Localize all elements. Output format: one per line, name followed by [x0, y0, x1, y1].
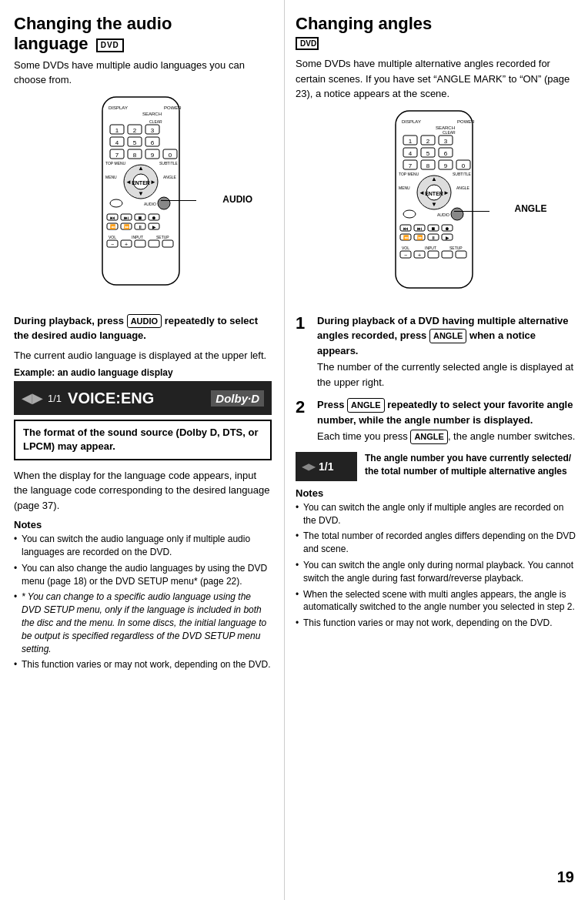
svg-text:2: 2 [426, 138, 429, 145]
svg-text:+: + [125, 242, 128, 247]
display-track: 1/1 [48, 393, 62, 404]
svg-text:ANGLE: ANGLE [163, 175, 177, 179]
svg-text:⏩: ⏩ [124, 224, 130, 230]
svg-text:DISPLAY: DISPLAY [109, 105, 128, 110]
svg-point-102 [403, 210, 416, 218]
svg-point-38 [158, 197, 170, 209]
right-note-2: The total number of recorded angles diff… [296, 530, 576, 556]
left-note-3: * You can change to a specific audio lan… [14, 591, 272, 655]
left-title-text: Changing the audio language [14, 14, 172, 53]
angle-label-line [454, 211, 489, 212]
svg-text:▼: ▼ [138, 190, 144, 197]
svg-text:POWER: POWER [457, 119, 475, 124]
svg-text:9: 9 [151, 152, 155, 159]
language-code-text: When the display for the language code a… [14, 468, 272, 514]
angle-track-info: 1/1 [319, 460, 333, 473]
svg-text:SUBTITLE: SUBTITLE [453, 172, 472, 176]
svg-text:CLEAR: CLEAR [149, 119, 162, 124]
svg-text:7: 7 [408, 162, 412, 169]
svg-text:3: 3 [151, 127, 155, 134]
left-instruction: During playback, press AUDIO repeatedly … [14, 313, 272, 343]
svg-text:CLEAR: CLEAR [443, 130, 456, 135]
svg-text:AUDIO: AUDIO [437, 212, 449, 217]
angle-screen: ◀▶ 1/1 [296, 452, 357, 481]
angle-label: ANGLE [515, 203, 547, 214]
step-2-content: Press ANGLE repeatedly to select your fa… [317, 397, 576, 444]
svg-text:⏩: ⏩ [416, 235, 423, 241]
svg-text:4: 4 [115, 139, 119, 146]
svg-text:9: 9 [443, 162, 447, 169]
left-note-2: You can also change the audio languages … [14, 562, 272, 588]
left-intro: Some DVDs have multiple audio languages … [14, 58, 272, 88]
angle-btn-2: ANGLE [347, 398, 385, 413]
svg-text:►: ► [443, 189, 449, 196]
left-instruction-bold: During playback, press AUDIO repeatedly … [14, 315, 258, 342]
svg-text:6: 6 [443, 150, 447, 157]
angle-callout: The angle number you have currently sele… [365, 452, 571, 478]
right-note-5: This function varies or may not work, de… [296, 617, 576, 630]
svg-text:▶: ▶ [152, 225, 156, 229]
right-note-1: You can switch the angle only if multipl… [296, 501, 576, 527]
svg-point-103 [451, 208, 463, 220]
svg-text:⏺: ⏺ [152, 216, 156, 220]
svg-text:ENTER: ENTER [132, 180, 150, 186]
svg-text:SUBTITLE: SUBTITLE [159, 161, 179, 166]
right-notes-list: You can switch the angle only if multipl… [296, 501, 576, 630]
left-notes-title: Notes [14, 519, 272, 530]
svg-rect-64 [162, 240, 173, 247]
step-1-title: During playback of a DVD having multiple… [317, 313, 576, 359]
svg-text:4: 4 [408, 150, 412, 157]
svg-rect-128 [442, 251, 453, 258]
svg-text:SETUP: SETUP [156, 235, 169, 239]
svg-text:1: 1 [408, 138, 412, 145]
svg-point-37 [110, 199, 122, 207]
display-voice: VOICE:ENG [68, 390, 211, 407]
left-section-title: Changing the audio language DVD [14, 14, 272, 55]
svg-text:7: 7 [115, 152, 119, 159]
svg-text:SEARCH: SEARCH [142, 112, 162, 116]
right-note-3: You can switch the angle only during nor… [296, 559, 576, 585]
svg-text:TOP MENU: TOP MENU [399, 172, 419, 176]
svg-text:⏭: ⏭ [124, 216, 129, 220]
left-notes-list: You can switch the audio language only i… [14, 533, 272, 671]
svg-text:◄: ◄ [125, 179, 132, 186]
angle-screen-icon: ◀▶ [302, 461, 316, 472]
angle-btn-1: ANGLE [429, 329, 467, 343]
svg-text:5: 5 [426, 150, 429, 157]
svg-text:⏭: ⏭ [417, 226, 422, 231]
svg-text:VOL: VOL [402, 246, 409, 250]
left-dvd-badge: DVD [96, 38, 124, 52]
svg-text:⏹: ⏹ [138, 216, 142, 220]
svg-text:⏮: ⏮ [110, 216, 115, 220]
right-title-text: Changing angles [296, 14, 432, 33]
svg-rect-129 [456, 251, 466, 258]
svg-text:−: − [111, 242, 114, 247]
svg-text:SETUP: SETUP [449, 246, 463, 250]
svg-text:1: 1 [115, 127, 119, 134]
svg-text:8: 8 [426, 162, 429, 169]
step-1-body: The number of the currently selected ang… [317, 360, 576, 390]
right-dvd-badge: DVD [296, 37, 319, 50]
svg-text:►: ► [150, 179, 156, 186]
svg-text:8: 8 [133, 152, 137, 159]
left-column: Changing the audio language DVD Some DVD… [0, 0, 285, 900]
svg-text:⏮: ⏮ [403, 226, 408, 231]
left-notes: Notes You can switch the audio language … [14, 519, 272, 671]
audio-label-line [161, 200, 196, 201]
angle-display-example: ◀▶ 1/1 The angle number you have current… [296, 452, 576, 481]
svg-text:⏪: ⏪ [110, 224, 116, 230]
svg-text:▲: ▲ [431, 176, 437, 182]
svg-text:0: 0 [169, 152, 172, 159]
left-instruction-sub: The current audio language is displayed … [14, 348, 272, 363]
left-note-4: This function varies or may not work, de… [14, 658, 272, 671]
svg-rect-127 [428, 251, 439, 258]
svg-text:ENTER: ENTER [425, 191, 443, 196]
svg-text:POWER: POWER [164, 105, 182, 110]
svg-text:AUDIO: AUDIO [144, 202, 156, 206]
left-remote-container: DISPLAY POWER SEARCH 1 2 3 CLEAR [14, 95, 272, 304]
svg-text:▲: ▲ [138, 165, 144, 172]
example-label: Example: an audio language display [14, 367, 272, 378]
step-2-number: 2 [296, 397, 312, 444]
right-column: Changing angles DVD Some DVDs have multi… [285, 0, 588, 900]
right-notes: Notes You can switch the angle only if m… [296, 487, 576, 630]
